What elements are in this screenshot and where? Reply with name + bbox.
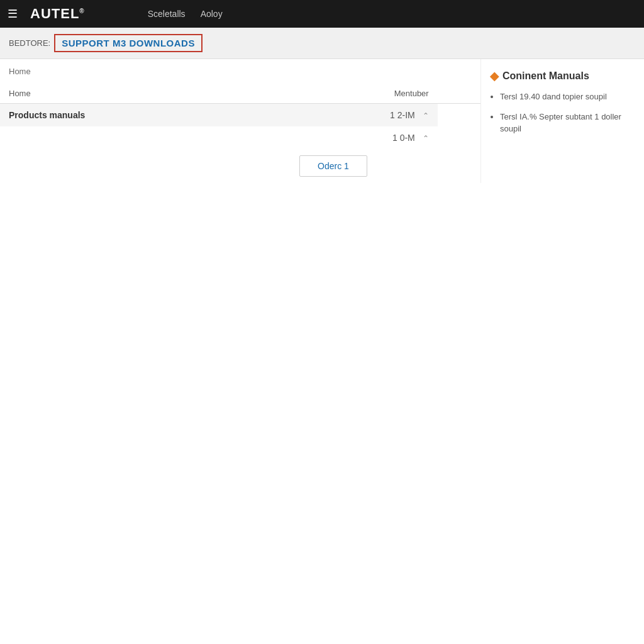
sidebar-title-text: Coninent Manuals (502, 70, 589, 82)
chevron-up-icon-2[interactable]: ⌃ (423, 134, 429, 143)
nav-item-aoloy[interactable]: Aoloy (201, 9, 223, 19)
table-row: Products manuals 1 2-IM ⌃ (0, 104, 480, 127)
product-name-2 (0, 126, 229, 149)
store-link[interactable]: SUPPORT M3 DOWNLOADS (54, 34, 203, 52)
sidebar-list: Tersl 19.40 dand topier soupil Tersl IA.… (490, 91, 635, 135)
nav-item-sceletalls[interactable]: Sceletalls (148, 9, 186, 19)
order-button[interactable]: Oderc 1 (299, 155, 367, 177)
table-header-row: Home Mentuber (0, 84, 480, 104)
sidebar-title-icon: ◆ (490, 69, 499, 83)
content-area: Home Home Mentuber Products manuals 1 2-… (0, 59, 480, 183)
header: ☰ AUTEL® Sceletalls Aoloy (0, 0, 644, 28)
table-row: 1 0-M ⌃ (0, 126, 480, 149)
list-item: Tersl 19.40 dand topier soupil (500, 91, 635, 103)
store-bar: BEDTORE: SUPPORT M3 DOWNLOADS (0, 28, 644, 59)
logo: AUTEL® (30, 6, 85, 22)
product-name: Products manuals (0, 104, 229, 127)
breadcrumb: Home (0, 59, 480, 84)
col-member: Mentuber (229, 84, 437, 104)
products-table: Home Mentuber Products manuals 1 2-IM ⌃ (0, 84, 480, 183)
main-layout: Home Home Mentuber Products manuals 1 2-… (0, 59, 644, 183)
col-home: Home (0, 84, 229, 104)
menu-icon[interactable]: ☰ (8, 7, 18, 21)
col-actions (438, 84, 480, 104)
member-value-2: 1 0-M ⌃ (229, 126, 437, 149)
breadcrumb-home[interactable]: Home (9, 67, 31, 76)
order-button-cell: Oderc 1 (229, 149, 437, 183)
order-button-row: Oderc 1 (0, 149, 480, 183)
chevron-up-icon-1[interactable]: ⌃ (423, 111, 429, 120)
sidebar: ◆ Coninent Manuals Tersl 19.40 dand topi… (480, 59, 644, 183)
sidebar-title: ◆ Coninent Manuals (490, 69, 635, 83)
store-label: BEDTORE: (9, 38, 50, 48)
list-item: Tersl IA.% Septer subtant 1 doller soupi… (500, 111, 635, 135)
member-value-1: 1 2-IM ⌃ (229, 104, 437, 127)
main-nav: Sceletalls Aoloy (148, 9, 223, 19)
